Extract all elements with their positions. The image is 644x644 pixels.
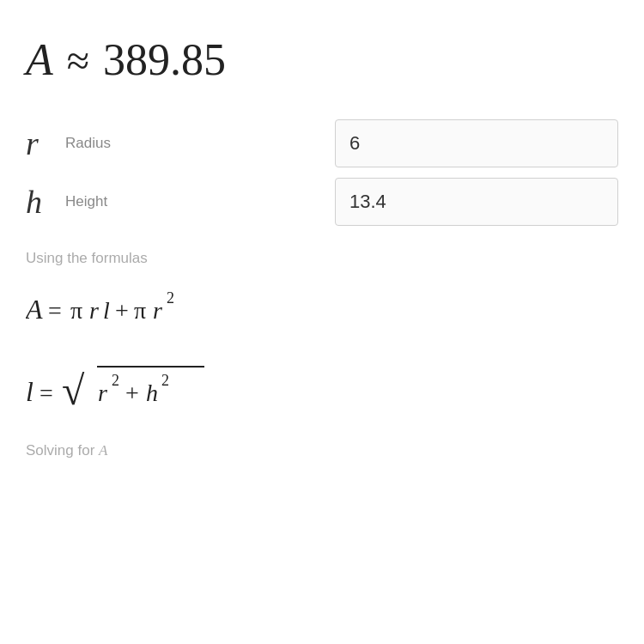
- formula2-svg: l = √ r 2 + h 2: [26, 356, 215, 418]
- svg-text:2: 2: [161, 372, 169, 389]
- approx-sign: ≈: [67, 37, 89, 84]
- radius-label: Radius: [65, 135, 111, 152]
- result-symbol: A: [26, 34, 53, 85]
- svg-text:+: +: [115, 297, 129, 324]
- svg-text:=: =: [39, 380, 53, 406]
- radius-variable-col: r Radius: [26, 125, 335, 162]
- height-input[interactable]: [335, 178, 618, 226]
- formula1-svg: A = π r l + π r 2: [26, 281, 232, 332]
- svg-text:h: h: [146, 380, 158, 406]
- svg-text:r: r: [89, 297, 99, 324]
- radius-input[interactable]: [335, 119, 618, 167]
- radius-symbol: r: [26, 125, 53, 162]
- svg-text:π: π: [70, 297, 82, 324]
- height-variable-col: h Height: [26, 183, 335, 221]
- solving-label: Solving for A: [26, 442, 618, 459]
- svg-text:2: 2: [112, 372, 119, 389]
- height-row: h Height: [26, 178, 618, 226]
- using-formulas-label: Using the formulas: [26, 250, 618, 267]
- formula1-display: A = π r l + π r 2: [26, 281, 618, 336]
- solving-variable: A: [99, 442, 107, 459]
- svg-text:A: A: [26, 294, 43, 325]
- result-value: 389.85: [103, 34, 226, 85]
- svg-text:l: l: [26, 376, 33, 407]
- height-symbol: h: [26, 183, 53, 221]
- formula2-display: l = √ r 2 + h 2: [26, 356, 618, 422]
- svg-text:=: =: [48, 297, 62, 324]
- svg-text:√: √: [62, 368, 85, 413]
- radius-row: r Radius: [26, 119, 618, 167]
- svg-text:r: r: [98, 380, 107, 406]
- svg-text:2: 2: [167, 289, 174, 307]
- svg-text:+: +: [125, 380, 139, 406]
- result-line: A ≈ 389.85: [26, 34, 618, 85]
- svg-text:r: r: [153, 297, 162, 324]
- svg-text:π: π: [134, 297, 146, 324]
- svg-text:l: l: [103, 297, 110, 324]
- height-label: Height: [65, 193, 107, 210]
